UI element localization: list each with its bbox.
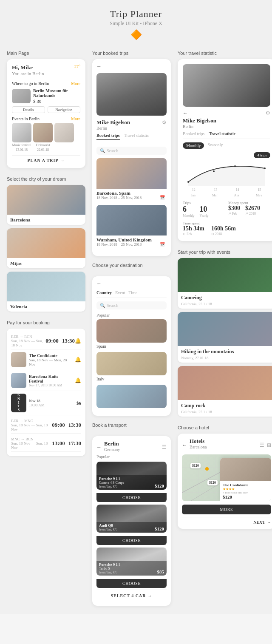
knit-date: Nov 18 (29, 399, 74, 403)
event-thumb-folk-inner (33, 123, 53, 142)
plan-trip-label: PLAN A TRIP (27, 158, 58, 163)
search-icon: 🔍 (100, 148, 105, 153)
tab-stats-booked[interactable]: Booked trips (183, 131, 204, 136)
tab-travel-statistic[interactable]: Travel statistic (124, 133, 149, 140)
tab-stats-statistic[interactable]: Travel statistic (209, 131, 235, 136)
dest-search-icon: 🔍 (100, 303, 105, 308)
knit-info: Nov 18 10:00 AM (29, 399, 74, 407)
stats-person-location: Berlin (183, 124, 270, 129)
plan-trip-button[interactable]: PLAN A TRIP → (12, 155, 80, 163)
details-button[interactable]: Details (12, 106, 45, 113)
hotel-city-name: Barcelona (190, 445, 207, 449)
column-3: Your travel statistic ← ⚙ Mike Bigelson … (178, 51, 272, 606)
hotel-chooser-card: ← Hotels Barcelona ☰ ⊞ (178, 434, 272, 529)
back-button-hotel[interactable]: ← (182, 442, 187, 448)
trips-yearly-sub: Yearly (200, 214, 209, 218)
period-monthly[interactable]: Monthly (183, 142, 204, 149)
money-yearly-block: $2670 ↗ 2018 (245, 205, 260, 216)
map-area: $120 $128 $120 The Confidante ★★★★ 4 Bar… (182, 454, 271, 501)
car-2-price: $120 (155, 526, 164, 531)
tab-country[interactable]: Country (96, 290, 112, 295)
grid-icon-hotel[interactable]: ⊞ (267, 442, 271, 448)
choose-button-3[interactable]: CHOOSE (96, 579, 167, 588)
money-label: Money spent (228, 201, 270, 205)
city-card-mijas[interactable]: Mijas (7, 228, 85, 268)
event-booking-row: Barcelona Knits Festival Nov 17, 2018 10… (11, 370, 81, 391)
choose-button-1[interactable]: CHOOSE (96, 493, 167, 502)
navigation-button[interactable]: Navigation (48, 106, 81, 113)
country-item-italy[interactable]: Italy (96, 352, 167, 381)
event-card-hiking[interactable]: Hiking in the mountains Norway, 27.01.18 (178, 312, 272, 363)
dest-search-bar[interactable]: 🔍 Search (96, 301, 167, 309)
tab-booked-trips[interactable]: Booked trips (96, 133, 120, 140)
svg-point-2 (234, 165, 236, 167)
stats-back-btn[interactable]: ← (183, 110, 188, 116)
chart-month-3: Apr (234, 193, 239, 197)
stats-tabs: Booked trips Travel statistic (183, 131, 270, 139)
city-card-valencia[interactable]: Valencia (7, 272, 85, 312)
flight-3-arrive: 17:30 (68, 440, 81, 447)
back-button-transport[interactable]: ← (96, 444, 102, 451)
main-grid: Main Page Hi, Mike You are in Berlin 27°… (7, 51, 265, 606)
city-card-barcelona[interactable]: Barcelona (7, 185, 85, 225)
menu-icon-transport[interactable]: ☰ (162, 444, 167, 451)
flight-row-3: MNC → BCN Sun, 18 Nov — Sun, 18 Nov (11, 435, 81, 452)
flight-3-depart: 13:00 (52, 440, 65, 447)
next-button[interactable]: NEXT → (182, 517, 271, 525)
trips-values: 6 Monthly 10 Yearly (183, 205, 225, 218)
hotel-header-left: ← Hotels Barcelona (182, 438, 207, 453)
transport-card: ← Berlin Germany ☰ Popular Porsche 9 1 l… (92, 436, 171, 606)
time-yearly-value: 160h 56m (211, 225, 236, 232)
event-card-canoeing[interactable]: Canoeing California, 25.1 / 18 (178, 258, 272, 309)
knit-row: KNITS Nov 18 10:00 AM $6 (11, 391, 81, 415)
trips-monthly-block: 6 Monthly (183, 205, 195, 218)
destination-image-inner (12, 89, 31, 103)
sketch-icon: 🔶 (7, 29, 265, 40)
transport-country: Germany (104, 447, 159, 452)
search-bar[interactable]: 🔍 Search (96, 147, 167, 155)
select-car-button[interactable]: SELECT 4 CAR → (96, 590, 167, 601)
car-1-name: Porsche 9 1 l (99, 477, 124, 481)
event-image-canoeing (178, 258, 272, 292)
tab-event[interactable]: Event (115, 290, 125, 295)
more-link-1[interactable]: More (71, 81, 80, 86)
gear-icon-stats[interactable]: ⚙ (266, 110, 270, 116)
event-info-camp: Camp rock California, 25.1 / 18 (178, 400, 272, 417)
hotel-header: ← Hotels Barcelona ☰ ⊞ (182, 438, 271, 453)
booked-location: Berlin (96, 126, 167, 131)
search-placeholder: Search (107, 148, 118, 153)
flight-3-times: 13:00 17:30 (52, 440, 81, 447)
car-item-2: Audi Q8 from/day, €/6 $120 (96, 505, 167, 533)
main-page-card: Hi, Mike You are in Berlin 27° Where to … (7, 59, 85, 168)
city-name-valencia: Valencia (7, 301, 85, 312)
period-seasonly[interactable]: Seasonly (207, 142, 223, 149)
where-row: Where to go in Berlin More (12, 81, 80, 86)
choose-button-2[interactable]: CHOOSE (96, 536, 167, 545)
flight-1-depart: 09:00 (45, 338, 58, 344)
settings-icon-booked[interactable]: ⚙ (162, 119, 167, 126)
booked-hero-inner (96, 73, 167, 116)
event-card-camp[interactable]: Camp rock California, 25.1 / 18 (178, 366, 272, 417)
event-book-thumb (11, 373, 26, 388)
country-item-spain[interactable]: Spain (96, 319, 167, 349)
country-item-ocean[interactable] (96, 385, 167, 408)
temperature: 27° (74, 64, 80, 69)
trips-yearly-value: 10 (200, 205, 209, 214)
more-link-2[interactable]: More (71, 116, 80, 121)
trip-item-2[interactable]: Warsham, United Kingdom 18 Nov, 2018 – 2… (96, 205, 167, 248)
hotel-title-block: Hotels Barcelona (190, 438, 207, 453)
tab-time[interactable]: Time (128, 290, 137, 295)
more-button[interactable]: MORE (182, 505, 271, 514)
booked-card: ← Mike Bigelson ⚙ Berlin Booked trips Tr… (92, 59, 171, 256)
back-button-dest[interactable]: ← (96, 281, 102, 287)
destination-info: Berlin Museum für Naturkunde $ 30 (33, 88, 80, 104)
back-button-booked[interactable]: ← (96, 63, 102, 70)
event-location-canoeing: California, 25.1 / 18 (181, 302, 272, 306)
trip-item-1[interactable]: Barcelona, Spain 18 Nov, 2018 – 25 Nov, … (96, 158, 167, 201)
hotel-result-card[interactable]: The Confidante ★★★★ 4 Barcelona city sta… (220, 458, 271, 501)
list-icon-hotel[interactable]: ☰ (260, 442, 264, 448)
destination-image (12, 89, 31, 103)
flight-1-route: BER → BCN (11, 335, 45, 339)
greeting-row: Hi, Mike You are in Berlin 27° (12, 64, 80, 79)
money-yearly-sub: ↗ 2018 (245, 212, 260, 216)
